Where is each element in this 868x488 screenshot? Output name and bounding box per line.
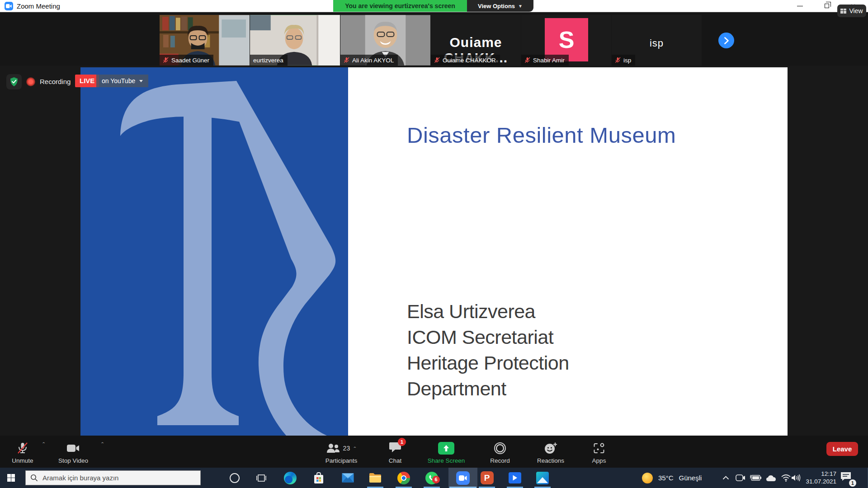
unmute-label: Unmute xyxy=(12,457,33,464)
cloud-icon xyxy=(765,474,777,482)
participant-tile-saadet[interactable]: Saadet Güner xyxy=(160,15,250,66)
recording-label: Recording xyxy=(40,75,71,88)
participant-name-tag: Saadet Güner xyxy=(160,55,213,66)
chevron-right-icon xyxy=(724,37,729,44)
video-options-chevron[interactable]: ⌃ xyxy=(100,441,104,446)
cortana-icon xyxy=(230,473,240,483)
participants-icon xyxy=(326,443,340,454)
task-view-icon xyxy=(256,474,266,482)
tray-screen-record[interactable] xyxy=(733,468,748,488)
view-button-label: View xyxy=(849,7,863,14)
mic-muted-icon xyxy=(615,57,621,63)
mic-muted-icon xyxy=(163,57,169,63)
participants-button[interactable]: 23 ⌃ Participants xyxy=(312,436,371,468)
clock-time: 12:17 xyxy=(800,470,836,478)
shield-check-icon xyxy=(9,77,19,87)
reactions-button[interactable]: Reactions xyxy=(527,436,574,468)
restore-button[interactable] xyxy=(817,0,837,12)
cortana-button[interactable] xyxy=(224,468,245,488)
chat-button[interactable]: 1 Chat xyxy=(379,436,411,468)
restore-icon xyxy=(825,4,829,8)
notification-badge: 1 xyxy=(849,479,856,487)
record-icon xyxy=(494,442,506,455)
tray-onedrive[interactable] xyxy=(763,468,778,488)
share-screen-button[interactable]: Share Screen xyxy=(420,436,473,468)
zoom-taskbar-button[interactable] xyxy=(448,468,477,488)
movies-tv-button[interactable] xyxy=(504,468,526,488)
photos-button[interactable] xyxy=(532,468,553,488)
search-input[interactable] xyxy=(42,474,196,482)
speaker-icon xyxy=(791,474,801,482)
whatsapp-button[interactable]: 6 xyxy=(421,468,443,488)
participant-tile-shabir[interactable]: S Shabir Amir xyxy=(521,15,611,66)
action-center-button[interactable]: 1 xyxy=(840,471,855,485)
participant-name: Ouiame CHAKKOR xyxy=(443,57,496,64)
participant-name-tag: Ali Akin AKYOL xyxy=(340,55,398,66)
participant-name: eurtizverea xyxy=(253,57,283,64)
slide-author-block: Elsa Urtizverea ICOM Secretariat Heritag… xyxy=(407,299,569,402)
participant-name: Ali Akin AKYOL xyxy=(352,57,394,64)
reactions-icon xyxy=(544,442,557,455)
shared-screen-area: Disaster Resilient Museum Elsa Urtizvere… xyxy=(0,66,868,436)
view-options-label: View Options xyxy=(478,3,515,9)
chat-badge: 1 xyxy=(398,438,406,446)
participant-name-tag: Shabir Amir xyxy=(521,55,569,66)
participant-name-tag: eurtizverea xyxy=(250,55,288,66)
live-on-youtube-dropdown[interactable]: on YouTube xyxy=(96,75,148,87)
participant-tile-ali[interactable]: Ali Akin AKYOL xyxy=(340,15,430,66)
taskbar-search[interactable] xyxy=(25,470,201,485)
participant-name-tag: Ouiame CHAKKOR xyxy=(431,55,500,66)
record-button[interactable]: Record xyxy=(481,436,519,468)
slide-author-line: ICOM Secretariat xyxy=(407,324,569,350)
live-badge: LIVE xyxy=(75,75,99,87)
stop-video-button[interactable]: Stop Video xyxy=(52,436,94,468)
mic-muted-icon xyxy=(434,57,440,63)
zoom-icon xyxy=(456,471,470,485)
participant-tile-ouiame[interactable]: Ouiame CHAKK... Ouiame CHAKKOR xyxy=(431,15,521,66)
participants-label: Participants xyxy=(326,457,358,464)
next-participants-button[interactable] xyxy=(718,33,734,48)
grid-view-icon xyxy=(840,9,846,14)
live-target-label: on YouTube xyxy=(102,75,135,87)
mic-muted-icon xyxy=(524,57,530,63)
meeting-toolbar: Unmute ⌃ Stop Video ⌃ 23 xyxy=(0,436,868,468)
zoom-app-icon xyxy=(5,2,13,10)
task-view-button[interactable] xyxy=(250,468,272,488)
chrome-button[interactable] xyxy=(393,468,415,488)
participant-name: Saadet Güner xyxy=(171,57,209,64)
weather-widget[interactable]: 35°C Güneşli xyxy=(642,468,702,488)
viewing-screen-banner: You are viewing eurtizverea's screen xyxy=(333,0,467,12)
weather-temperature: 35°C xyxy=(658,474,674,482)
audio-options-chevron[interactable]: ⌃ xyxy=(42,441,46,446)
security-shield-chip[interactable] xyxy=(6,74,22,89)
movies-tv-icon xyxy=(509,472,521,483)
unmute-button[interactable]: Unmute xyxy=(6,436,39,468)
video-camera-icon xyxy=(66,443,80,453)
edge-icon xyxy=(284,472,297,484)
store-button[interactable] xyxy=(308,468,330,488)
chat-label: Chat xyxy=(389,457,402,464)
view-layout-button[interactable]: View xyxy=(837,5,866,17)
reactions-label: Reactions xyxy=(537,457,564,464)
view-options-button[interactable]: View Options ▼ xyxy=(467,0,533,12)
minimize-button[interactable] xyxy=(790,0,810,12)
start-button[interactable] xyxy=(0,468,22,488)
participant-tile-eurtizverea[interactable]: eurtizverea xyxy=(250,15,340,66)
edge-button[interactable] xyxy=(279,468,301,488)
leave-button[interactable]: Leave xyxy=(826,442,858,456)
mail-button[interactable] xyxy=(337,468,359,488)
share-screen-label: Share Screen xyxy=(428,457,465,464)
windows-taskbar: 6 P 35°C Güneşli xyxy=(0,468,868,488)
powerpoint-button[interactable]: P xyxy=(476,468,498,488)
apps-label: Apps xyxy=(592,457,606,464)
whatsapp-badge: 6 xyxy=(432,476,440,483)
sun-icon xyxy=(642,473,653,483)
taskbar-clock[interactable]: 12:17 31.07.2021 xyxy=(800,470,836,485)
participant-tile-isp[interactable]: isp isp xyxy=(612,15,702,66)
tray-overflow-chevron[interactable] xyxy=(718,468,733,488)
apps-button[interactable]: Apps xyxy=(582,436,616,468)
apps-icon xyxy=(593,442,605,454)
tray-battery[interactable] xyxy=(748,468,763,488)
file-explorer-button[interactable] xyxy=(364,468,386,488)
participants-chevron[interactable]: ⌃ xyxy=(353,446,357,450)
